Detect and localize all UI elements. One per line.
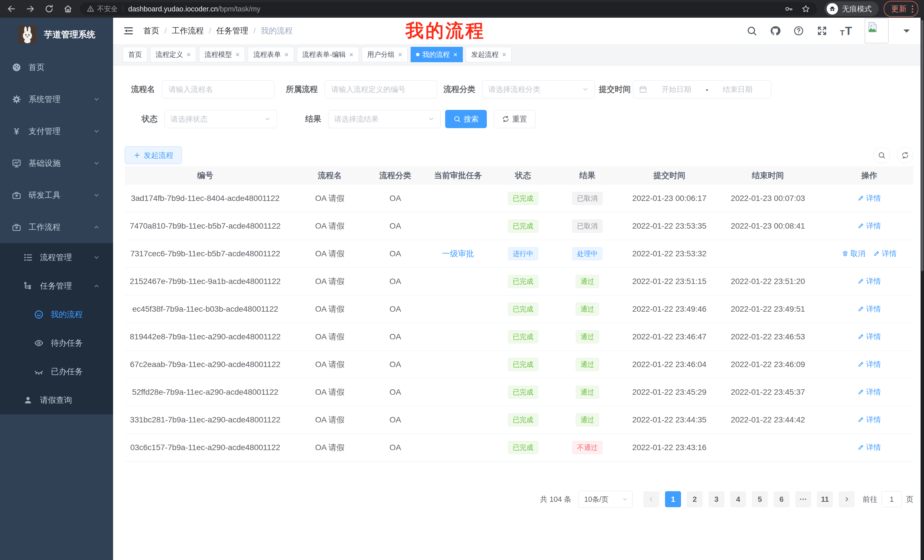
process-name-input[interactable] <box>162 80 274 99</box>
cell-current-task <box>417 379 500 406</box>
scrollbar-track[interactable] <box>921 18 924 560</box>
cell-category: OA <box>374 213 417 240</box>
sidebar-item-task-mgmt[interactable]: 任务管理 <box>0 272 113 300</box>
toggle-search-button[interactable] <box>873 147 890 163</box>
close-icon[interactable]: × <box>349 51 354 58</box>
menu-dots-icon[interactable] <box>912 5 913 13</box>
breadcrumb-item[interactable]: 任务管理 <box>216 25 248 36</box>
sidebar-item-devtools[interactable]: 研发工具 <box>0 179 113 211</box>
font-size-icon[interactable]: TT <box>840 25 852 36</box>
tab-start-process[interactable]: 发起流程× <box>466 47 512 62</box>
chevron-down-icon <box>428 115 435 123</box>
sidebar-item-home[interactable]: 首页 <box>0 51 113 83</box>
page-button[interactable]: 1 <box>665 491 681 507</box>
key-icon[interactable] <box>784 4 793 13</box>
cancel-link[interactable]: 取消 <box>842 249 865 259</box>
breadcrumb-item[interactable]: 首页 <box>143 25 159 36</box>
page-button[interactable]: 3 <box>708 491 724 507</box>
table-row: 7317cec6-7b9b-11ec-b5b7-acde48001122OA 请… <box>125 240 914 268</box>
github-icon[interactable] <box>770 25 781 36</box>
detail-link[interactable]: 详情 <box>873 249 897 259</box>
sidebar-item-todo-tasks[interactable]: 待办任务 <box>0 329 113 357</box>
chevron-down-icon[interactable] <box>901 25 912 36</box>
goto-page-input[interactable] <box>882 491 902 507</box>
reload-icon[interactable] <box>45 4 54 13</box>
submit-time-range-picker[interactable]: 开始日期 - 结束日期 <box>633 80 771 99</box>
status-select[interactable]: 请选择状态 <box>165 110 277 128</box>
chevron-down-icon <box>582 86 589 93</box>
close-icon[interactable]: × <box>235 51 240 58</box>
pencil-icon <box>858 222 864 229</box>
parent-process-input[interactable] <box>325 80 437 99</box>
sidebar-item-process-mgmt[interactable]: 流程管理 <box>0 243 113 272</box>
sidebar-item-done-tasks[interactable]: 已办任务 <box>0 357 113 386</box>
detail-link[interactable]: 详情 <box>858 193 881 203</box>
sidebar-item-payment[interactable]: ¥支付管理 <box>0 115 113 147</box>
sidebar-item-workflow[interactable]: 工作流程 <box>0 211 113 243</box>
user-icon <box>23 395 33 405</box>
reset-button[interactable]: 重置 <box>494 110 536 128</box>
sidebar-toggle-icon[interactable] <box>123 26 134 36</box>
close-icon[interactable]: × <box>284 51 288 58</box>
detail-link[interactable]: 详情 <box>858 332 881 341</box>
detail-link[interactable]: 详情 <box>858 276 881 286</box>
detail-link[interactable]: 详情 <box>858 304 881 314</box>
next-page-button[interactable] <box>838 491 855 507</box>
close-icon[interactable]: × <box>502 51 506 58</box>
home-icon[interactable] <box>63 4 72 13</box>
close-icon[interactable]: × <box>453 51 458 58</box>
category-select[interactable]: 请选择流程分类 <box>482 80 595 99</box>
tab-my-process[interactable]: 我的流程× <box>411 47 463 62</box>
close-icon[interactable]: × <box>398 51 402 58</box>
tab-process-definition[interactable]: 流程定义× <box>150 47 196 62</box>
tab-process-form-edit[interactable]: 流程表单-编辑× <box>297 47 359 62</box>
sidebar-item-infra[interactable]: 基础设施 <box>0 147 113 179</box>
close-icon[interactable]: × <box>186 51 191 58</box>
sidebar-item-my-process[interactable]: 我的流程 <box>0 300 113 329</box>
detail-link[interactable]: 详情 <box>858 359 881 369</box>
detail-link[interactable]: 详情 <box>858 415 881 425</box>
forward-icon[interactable] <box>26 4 35 13</box>
cell-status: 已完成 <box>500 406 547 434</box>
breadcrumb-item[interactable]: 工作流程 <box>172 25 204 36</box>
scrollbar-thumb[interactable] <box>921 20 923 271</box>
tab-label: 流程表单-编辑 <box>302 50 346 59</box>
help-icon[interactable] <box>793 25 804 36</box>
detail-link[interactable]: 详情 <box>858 387 881 397</box>
page-button[interactable]: 2 <box>687 491 703 507</box>
search-button[interactable]: 搜索 <box>445 110 487 128</box>
page-button[interactable]: 11 <box>817 491 833 507</box>
tab-label: 用户分组 <box>367 50 394 59</box>
tab-process-model[interactable]: 流程模型× <box>199 47 245 62</box>
back-icon[interactable] <box>7 4 16 13</box>
tags-view: 首页流程定义×流程模型×流程表单×流程表单-编辑×用户分组×我的流程×发起流程× <box>113 44 924 65</box>
sidebar-item-leave-query[interactable]: 请假查询 <box>0 386 113 415</box>
eye-off-icon <box>34 367 44 376</box>
refresh-table-button[interactable] <box>897 147 914 163</box>
cell-end-time: 2022-01-22 23:49:51 <box>711 295 825 323</box>
tab-user-group[interactable]: 用户分组× <box>362 47 408 62</box>
page-ellipsis[interactable]: ··· <box>795 491 811 507</box>
cell-current-task <box>417 323 500 351</box>
page-button[interactable]: 5 <box>752 491 768 507</box>
prev-page-button[interactable] <box>644 491 659 507</box>
header-search-icon[interactable] <box>746 25 757 36</box>
page-button[interactable]: 6 <box>774 491 789 507</box>
avatar[interactable] <box>865 18 889 43</box>
current-task-link[interactable]: 一级审批 <box>442 249 474 258</box>
fullscreen-icon[interactable] <box>817 25 828 36</box>
start-process-button[interactable]: 发起流程 <box>125 147 182 164</box>
detail-link[interactable]: 详情 <box>858 221 881 231</box>
page-size-select[interactable]: 10条/页 <box>578 491 633 508</box>
page-button[interactable]: 4 <box>730 491 746 507</box>
tab-process-form[interactable]: 流程表单× <box>248 47 294 62</box>
tab-home[interactable]: 首页 <box>123 47 147 62</box>
address-bar[interactable]: 不安全 dashboard.yudao.iocoder.cn/bpm/task/… <box>80 2 817 15</box>
sidebar-item-system[interactable]: 系统管理 <box>0 83 113 115</box>
detail-link[interactable]: 详情 <box>858 442 881 452</box>
result-select[interactable]: 请选择流结果 <box>328 110 441 128</box>
cell-actions: 详情 <box>825 185 914 213</box>
table-row: 331bc281-7b9a-11ec-a290-acde48001122OA 请… <box>125 406 914 434</box>
bookmark-star-icon[interactable] <box>801 4 810 13</box>
update-button[interactable]: 更新 <box>884 1 918 17</box>
